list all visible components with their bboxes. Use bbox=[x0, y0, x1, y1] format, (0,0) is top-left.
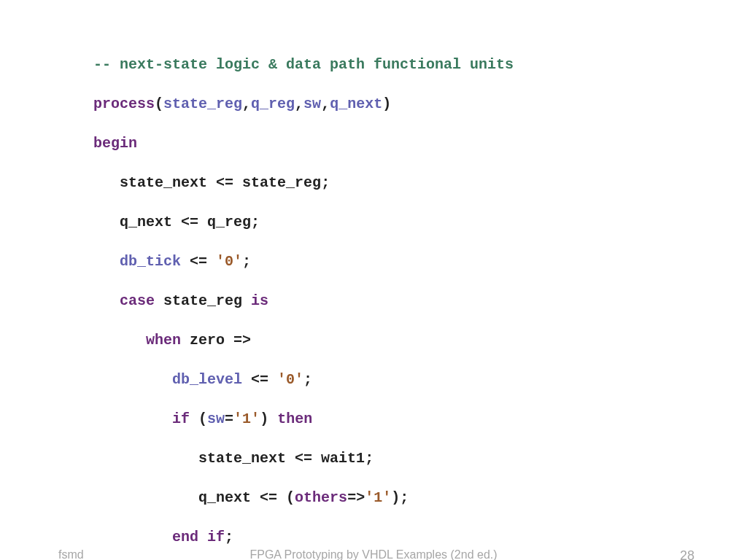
code-line: q_next <= q_reg; bbox=[93, 212, 514, 232]
code-line: db_level <= '0'; bbox=[93, 370, 514, 389]
code-line: begin bbox=[93, 133, 514, 153]
code-comment: -- next-state logic & data path function… bbox=[93, 56, 514, 73]
code-line: q_next <= (others=>'1'); bbox=[93, 488, 514, 508]
code-line: process(state_reg,q_reg,sw,q_next) bbox=[93, 94, 514, 114]
slide-number: 28 bbox=[680, 547, 694, 560]
code-line: end if; bbox=[93, 527, 514, 547]
code-line: -- next-state logic & data path function… bbox=[93, 55, 514, 74]
code-line: case state_reg is bbox=[93, 291, 514, 311]
footer-center-label: FPGA Prototyping by VHDL Examples (2nd e… bbox=[0, 547, 747, 560]
code-line: state_next <= state_reg; bbox=[93, 173, 514, 192]
code-line: when zero => bbox=[93, 330, 514, 350]
vhdl-code-block: -- next-state logic & data path function… bbox=[93, 35, 514, 560]
code-line: if (sw='1') then bbox=[93, 409, 514, 429]
code-line: db_tick <= '0'; bbox=[93, 252, 514, 271]
code-line: state_next <= wait1; bbox=[93, 448, 514, 468]
